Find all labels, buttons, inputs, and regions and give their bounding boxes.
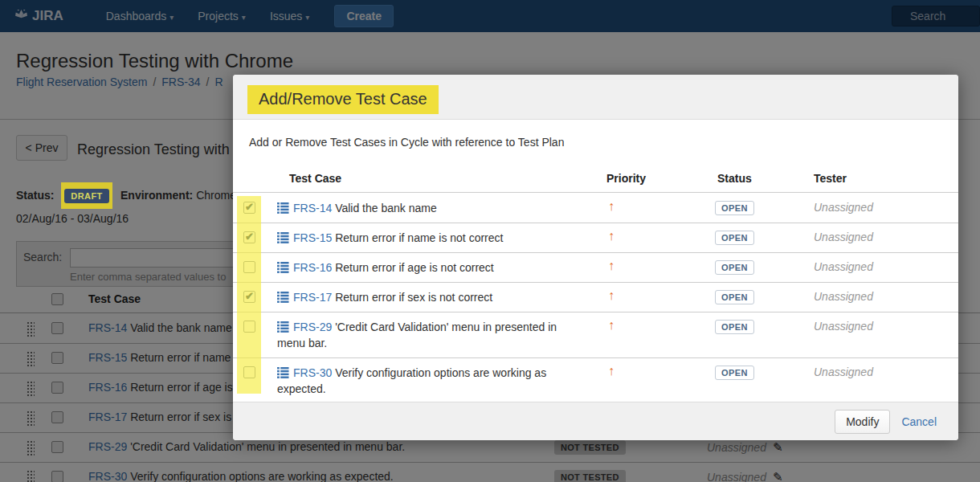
cancel-link[interactable]: Cancel [901, 415, 937, 428]
add-remove-test-case-dialog: Add/Remove Test Case Add or Remove Test … [233, 75, 958, 440]
row-checkbox[interactable] [243, 261, 255, 273]
dialog-footer: Modify Cancel [233, 402, 958, 440]
test-case-list-icon [277, 321, 289, 333]
priority-up-icon: ↑ [608, 259, 615, 273]
status-badge: OPEN [715, 290, 754, 304]
test-case-list-icon [277, 202, 289, 214]
dialog-title: Add/Remove Test Case [259, 90, 427, 108]
modify-button[interactable]: Modify [835, 410, 890, 434]
dialog-table-row: FRS-17 Return error if sex is not correc… [233, 283, 958, 312]
test-case-summary: FRS-29 'Credit Card Validation' menu in … [277, 312, 581, 357]
column-priority: Priority [606, 172, 646, 185]
test-case-key-link[interactable]: FRS-30 [293, 366, 332, 379]
dialog-table-row: FRS-16 Return error if age is not correc… [233, 253, 958, 283]
row-checkbox[interactable] [243, 291, 255, 303]
priority-up-icon: ↑ [608, 364, 615, 378]
test-case-key-link[interactable]: FRS-16 [293, 261, 332, 274]
test-case-list-icon [277, 262, 289, 273]
dialog-table-row: FRS-15 Return error if name is not corre… [233, 223, 958, 253]
dialog-table-row: FRS-14 Valid the bank name ↑ OPEN Unassi… [233, 194, 958, 223]
row-checkbox[interactable] [243, 321, 255, 333]
tester-name: Unassigned [814, 366, 873, 378]
priority-up-icon: ↑ [608, 229, 615, 243]
test-case-key-link[interactable]: FRS-15 [293, 231, 332, 244]
dialog-table-header: Test Case Priority Status Tester [233, 165, 958, 193]
test-case-summary: FRS-30 Verify configuration options are … [277, 358, 581, 403]
row-checkbox[interactable] [243, 231, 255, 243]
test-case-summary: FRS-14 Valid the bank name [277, 194, 581, 223]
test-case-summary-text: Return error if name is not correct [335, 231, 503, 244]
tester-name: Unassigned [814, 201, 873, 214]
priority-up-icon: ↑ [608, 318, 615, 333]
dialog-header: Add/Remove Test Case [233, 75, 958, 120]
priority-up-icon: ↑ [608, 199, 615, 214]
test-case-list-icon [277, 232, 289, 243]
test-case-key-link[interactable]: FRS-29 [293, 321, 332, 333]
row-checkbox[interactable] [243, 202, 255, 214]
column-test-case: Test Case [289, 172, 341, 185]
status-badge: OPEN [715, 201, 754, 215]
tester-name: Unassigned [814, 320, 873, 333]
dialog-description: Add or Remove Test Cases in Cycle with r… [249, 136, 564, 149]
test-case-list-icon [277, 292, 289, 303]
test-case-summary: FRS-17 Return error if sex is not correc… [277, 283, 581, 312]
status-badge: OPEN [715, 260, 754, 275]
row-checkbox[interactable] [243, 366, 255, 378]
dialog-table-rows: FRS-14 Valid the bank name ↑ OPEN Unassi… [233, 194, 958, 404]
draft-status-highlight: DRAFT [61, 182, 112, 209]
dialog-title-highlight: Add/Remove Test Case [247, 85, 439, 114]
test-case-summary-text: Valid the bank name [335, 202, 437, 214]
test-case-summary-text: Return error if age is not correct [335, 261, 494, 274]
dialog-table-row: FRS-30 Verify configuration options are … [233, 358, 958, 404]
test-case-key-link[interactable]: FRS-14 [293, 202, 332, 214]
tester-name: Unassigned [814, 290, 873, 303]
test-case-summary: FRS-16 Return error if age is not correc… [277, 253, 581, 282]
screen: JIRA Dashboards▾ Projects▾ Issues▾ Creat… [0, 0, 980, 482]
test-case-summary: FRS-15 Return error if name is not corre… [277, 223, 581, 252]
status-badge: OPEN [715, 231, 754, 245]
status-badge: DRAFT [64, 189, 108, 203]
status-badge: OPEN [715, 320, 754, 334]
test-case-list-icon [277, 367, 289, 378]
priority-up-icon: ↑ [608, 288, 615, 303]
tester-name: Unassigned [814, 231, 873, 243]
test-case-key-link[interactable]: FRS-17 [293, 291, 332, 304]
column-status: Status [717, 172, 752, 185]
column-tester: Tester [814, 172, 847, 185]
dialog-table-row: FRS-29 'Credit Card Validation' menu in … [233, 312, 958, 358]
test-case-summary-text: Return error if sex is not correct [335, 291, 492, 304]
tester-name: Unassigned [814, 260, 873, 273]
status-badge: OPEN [715, 366, 754, 380]
